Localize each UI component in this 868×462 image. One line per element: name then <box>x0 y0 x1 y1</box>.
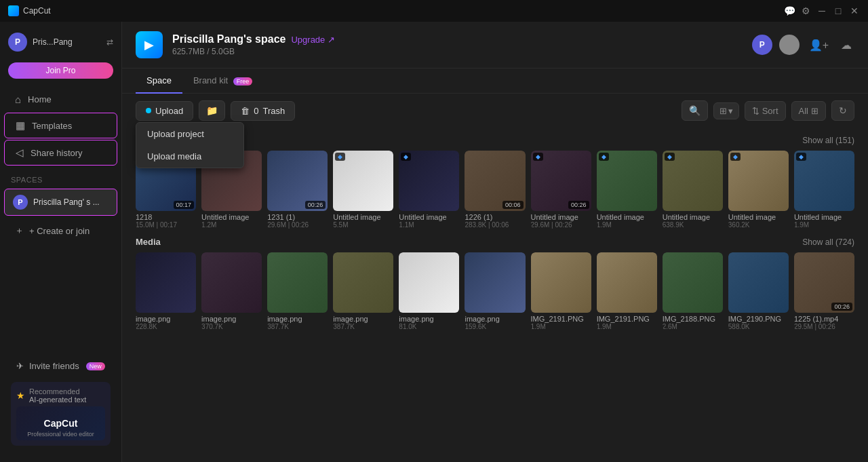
project-item[interactable]: ◆Untitled image1.9M <box>597 151 657 229</box>
media-item[interactable]: 00:261225 (1).mp429.5M | 00:26 <box>794 252 854 330</box>
invite-icon: ✈ <box>16 361 24 371</box>
trash-button[interactable]: 🗑 0 Trash <box>231 101 295 121</box>
upload-btn-wrapper: Upload Upload project Upload media <box>136 101 193 121</box>
media-grid: image.png228.8Kimage.png370.7Kimage.png3… <box>136 252 854 330</box>
media-show-all[interactable]: Show all (724) <box>802 237 854 247</box>
media-item-size: 5.5M <box>333 221 393 229</box>
upload-dot-icon <box>146 108 151 113</box>
media-item[interactable]: IMG_2188.PNG2.6M <box>663 252 723 330</box>
grid-content: Show all (151) 00:17121815.0M | 00:17◆Un… <box>122 128 868 462</box>
project-item[interactable]: 00:261231 (1)29.6M | 00:26 <box>267 151 328 229</box>
header-avatar-2[interactable] <box>779 35 800 55</box>
sort-label: Sort <box>762 106 778 116</box>
join-pro-button[interactable]: Join Pro <box>8 62 113 79</box>
sidebar: P Pris...Pang ⇄ Join Pro ⌂ Home ▦ Templa… <box>0 22 122 462</box>
recommendation-header: ★ Recommended AI-generated text <box>16 387 105 404</box>
settings-icon[interactable]: ⚙ <box>800 5 811 16</box>
project-item[interactable]: ◆Untitled image5.5M <box>333 151 393 229</box>
invite-label: Invite friends <box>29 361 79 371</box>
project-item[interactable]: ◆Untitled image1.1M <box>399 151 459 229</box>
new-folder-button[interactable]: 📁 <box>199 100 225 121</box>
sidebar-item-share-history[interactable]: ◁ Share history <box>4 140 117 166</box>
brand-kit-label: Brand kit <box>193 75 228 85</box>
media-item[interactable]: IMG_2191.PNG1.9M <box>597 252 657 330</box>
filter-button[interactable]: All ⊞ <box>791 101 826 121</box>
user-profile[interactable]: P Pris...Pang ⇄ <box>0 27 121 57</box>
close-button[interactable]: ✕ <box>849 5 860 16</box>
media-item-size: 1.1M <box>399 221 459 229</box>
refresh-button[interactable]: ↻ <box>831 100 854 121</box>
rec-title: Recommended <box>29 387 86 396</box>
media-item-size: 29.6M | 00:26 <box>531 221 591 229</box>
upload-button[interactable]: Upload <box>136 101 193 121</box>
invite-friends-button[interactable]: ✈ Invite friends New <box>5 355 116 377</box>
media-item-size: 228.8K <box>136 323 196 330</box>
upload-dropdown: Upload project Upload media <box>136 122 244 168</box>
recommendation-card: ★ Recommended AI-generated text CapCut P… <box>11 382 111 446</box>
media-item[interactable]: image.png159.6K <box>465 252 525 330</box>
project-item[interactable]: ◆00:26Untitled image29.6M | 00:26 <box>531 151 591 229</box>
rec-logo-sub: Professional video editor <box>27 431 94 438</box>
space-avatar: P <box>13 195 28 210</box>
media-item-size: 387.7K <box>333 323 393 330</box>
media-item[interactable]: image.png228.8K <box>136 252 196 330</box>
tab-space[interactable]: Space <box>136 69 182 94</box>
projects-show-all[interactable]: Show all (151) <box>802 136 854 145</box>
logo-icon <box>8 5 19 16</box>
media-item[interactable]: image.png387.7K <box>333 252 393 330</box>
window-controls[interactable]: 💬 ⚙ ─ □ ✕ <box>784 5 860 16</box>
search-button[interactable]: 🔍 <box>682 100 708 121</box>
main-layout: P Pris...Pang ⇄ Join Pro ⌂ Home ▦ Templa… <box>0 22 868 462</box>
upgrade-button[interactable]: Upgrade ↗ <box>291 35 334 45</box>
upload-project-item[interactable]: Upload project <box>136 123 243 145</box>
maximize-button[interactable]: □ <box>833 5 844 16</box>
sidebar-item-templates[interactable]: ▦ Templates <box>4 113 117 138</box>
media-item[interactable]: IMG_2190.PNG588.0K <box>728 252 789 330</box>
media-item[interactable]: image.png387.7K <box>267 252 328 330</box>
media-item-size: 1.9M <box>531 323 591 330</box>
rec-preview[interactable]: CapCut Professional video editor <box>16 406 105 440</box>
project-item[interactable]: ◆Untitled image1.9M <box>794 151 854 229</box>
upload-cloud-icon[interactable]: ☁ <box>838 36 854 54</box>
media-item-size: 638.9K <box>663 221 723 229</box>
media-item-size: 387.7K <box>267 323 328 330</box>
media-item-name: Untitled image <box>531 213 591 221</box>
media-item[interactable]: IMG_2191.PNG1.9M <box>531 252 591 330</box>
space-name: Priscilla Pang' s ... <box>33 197 100 207</box>
media-item[interactable]: image.png81.0K <box>399 252 459 330</box>
avatar: P <box>8 33 27 52</box>
project-item[interactable]: ◆Untitled image638.9K <box>663 151 723 229</box>
project-item[interactable]: 00:061226 (1)283.8K | 00:06 <box>465 151 525 229</box>
media-item-size: 1.9M <box>597 221 657 229</box>
media-item-size: 1.9M <box>597 323 657 330</box>
media-item-name: image.png <box>333 315 393 323</box>
media-item-name: 1226 (1) <box>465 213 525 221</box>
create-or-join-button[interactable]: ＋ + Create or join <box>4 219 117 242</box>
rec-logo: CapCut <box>44 418 78 429</box>
tab-brand-kit[interactable]: Brand kit Free <box>182 69 263 94</box>
grid-view-toggle[interactable]: ⊞ ▾ <box>713 102 739 119</box>
templates-icon: ▦ <box>16 119 25 132</box>
media-item[interactable]: image.png370.7K <box>201 252 262 330</box>
home-icon: ⌂ <box>15 94 21 105</box>
plus-icon: ＋ <box>15 225 24 237</box>
header-avatar-p[interactable]: P <box>752 35 772 55</box>
media-item-size: 159.6K <box>465 323 525 330</box>
chat-icon[interactable]: 💬 <box>784 5 795 16</box>
share-history-icon: ◁ <box>16 147 24 159</box>
media-item-name: IMG_2191.PNG <box>597 315 657 323</box>
spaces-section-label: Spaces <box>0 172 121 188</box>
project-item[interactable]: ◆Untitled image360.2K <box>728 151 789 229</box>
sidebar-item-home[interactable]: ⌂ Home <box>4 88 117 111</box>
media-section-title: Media <box>136 237 161 247</box>
titlebar: CapCut 💬 ⚙ ─ □ ✕ <box>0 0 868 22</box>
space-logo-icon: ▶ <box>136 31 163 58</box>
minimize-button[interactable]: ─ <box>816 5 827 16</box>
sort-button[interactable]: ⇅ Sort <box>745 101 786 121</box>
switch-account-icon[interactable]: ⇄ <box>106 37 113 47</box>
add-member-icon[interactable]: 👤+ <box>806 36 831 54</box>
space-item-priscilla[interactable]: P Priscilla Pang' s ... <box>4 189 117 216</box>
media-item-name: Untitled image <box>201 213 262 221</box>
upload-media-item[interactable]: Upload media <box>136 145 243 168</box>
create-join-label: + Create or join <box>29 226 90 236</box>
